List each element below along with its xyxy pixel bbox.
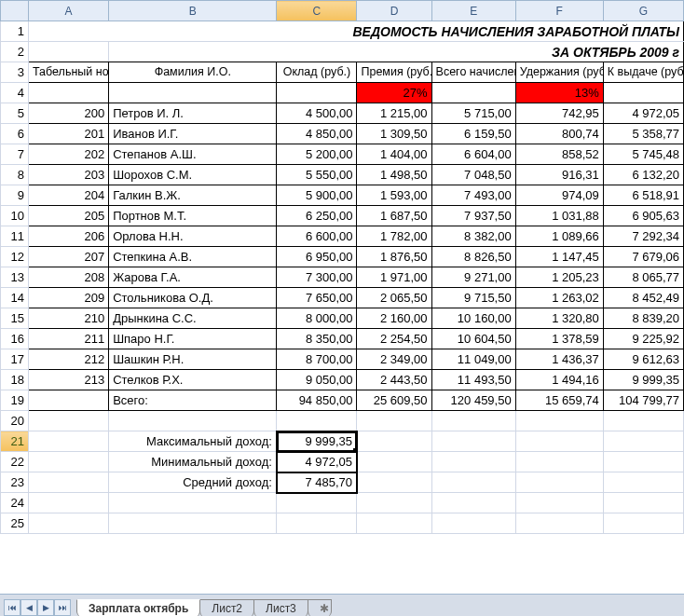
cell-payout[interactable]: 6 518,91 <box>603 185 683 206</box>
cell-tabnum[interactable]: 200 <box>29 103 109 124</box>
row-header[interactable]: 15 <box>1 308 29 329</box>
cell-payout[interactable]: 6 132,20 <box>603 165 683 185</box>
cell-fio[interactable]: Степанов А.Ш. <box>109 144 277 165</box>
select-all-corner[interactable] <box>1 1 29 21</box>
row-header[interactable]: 6 <box>1 124 29 144</box>
cell-tabnum[interactable]: 211 <box>29 329 109 349</box>
cell-withheld[interactable]: 1 494,16 <box>515 370 603 390</box>
row-header[interactable]: 18 <box>1 370 29 390</box>
cell-withheld[interactable]: 1 031,88 <box>515 206 603 226</box>
table-row[interactable]: 11206Орлова Н.Н.6 600,001 782,008 382,00… <box>1 226 684 247</box>
cell-accrued[interactable]: 9 271,00 <box>431 267 515 288</box>
cell-bonus[interactable]: 1 593,00 <box>357 185 431 206</box>
cell-accrued[interactable]: 5 715,00 <box>431 103 515 124</box>
cell-bonus[interactable]: 1 782,00 <box>357 226 431 247</box>
summary-min[interactable]: 4 972,05 <box>277 452 357 472</box>
cell-salary[interactable]: 6 600,00 <box>277 226 357 247</box>
cell-tabnum[interactable]: 202 <box>29 144 109 165</box>
th-accrued[interactable]: Всего начислено (руб.) <box>431 62 515 83</box>
cell-withheld[interactable]: 1 436,37 <box>515 349 603 370</box>
cell-withheld[interactable]: 1 147,45 <box>515 247 603 267</box>
cell-accrued[interactable]: 9 715,50 <box>431 288 515 308</box>
cell-payout[interactable]: 9 999,35 <box>603 370 683 390</box>
th-withheld[interactable]: Удержания (руб.) <box>515 62 603 83</box>
summary-avg-label[interactable]: Средний доход: <box>109 472 277 493</box>
table-row[interactable]: 15210Дрынкина С.С.8 000,002 160,0010 160… <box>1 308 684 329</box>
cell-salary[interactable]: 6 950,00 <box>277 247 357 267</box>
cell-withheld[interactable]: 1 320,80 <box>515 308 603 329</box>
row-header[interactable]: 21 <box>1 431 29 452</box>
cell-tabnum[interactable]: 210 <box>29 308 109 329</box>
subtitle-cell[interactable]: ЗА ОКТЯБРЬ 2009 г <box>109 42 684 62</box>
totals-withheld[interactable]: 15 659,74 <box>515 390 603 411</box>
cell-bonus[interactable]: 1 687,50 <box>357 206 431 226</box>
cell-salary[interactable]: 4 500,00 <box>277 103 357 124</box>
tab-nav-next[interactable]: ▶ <box>37 599 54 616</box>
cell-salary[interactable]: 5 200,00 <box>277 144 357 165</box>
cell-bonus[interactable]: 1 498,50 <box>357 165 431 185</box>
title-cell[interactable]: ВЕДОМОСТЬ НАЧИСЛЕНИЯ ЗАРАБОТНОЙ ПЛАТЫ <box>29 21 684 42</box>
table-row[interactable]: 12207Степкина А.В.6 950,001 876,508 826,… <box>1 247 684 267</box>
sheet-tab[interactable]: Лист2 <box>199 599 254 616</box>
col-header-F[interactable]: F <box>515 1 603 21</box>
cell-payout[interactable]: 8 452,49 <box>603 288 683 308</box>
cell-salary[interactable]: 8 000,00 <box>277 308 357 329</box>
cell-withheld[interactable]: 916,31 <box>515 165 603 185</box>
cell-payout[interactable]: 7 679,06 <box>603 247 683 267</box>
cell-tabnum[interactable]: 209 <box>29 288 109 308</box>
totals-accrued[interactable]: 120 459,50 <box>431 390 515 411</box>
cell-payout[interactable]: 4 972,05 <box>603 103 683 124</box>
cell-fio[interactable]: Степкина А.В. <box>109 247 277 267</box>
cell-bonus[interactable]: 2 160,00 <box>357 308 431 329</box>
cell-bonus[interactable]: 2 349,00 <box>357 349 431 370</box>
table-row[interactable]: 17212Шашкин Р.Н.8 700,002 349,0011 049,0… <box>1 349 684 370</box>
cell-salary[interactable]: 6 250,00 <box>277 206 357 226</box>
col-header-A[interactable]: A <box>29 1 109 21</box>
row-header[interactable]: 8 <box>1 165 29 185</box>
cell-tabnum[interactable]: 205 <box>29 206 109 226</box>
cell-tabnum[interactable]: 203 <box>29 165 109 185</box>
cell-fio[interactable]: Иванов И.Г. <box>109 124 277 144</box>
cell-salary[interactable]: 8 350,00 <box>277 329 357 349</box>
cell-accrued[interactable]: 10 604,50 <box>431 329 515 349</box>
cell-withheld[interactable]: 800,74 <box>515 124 603 144</box>
cell-withheld[interactable]: 1 378,59 <box>515 329 603 349</box>
column-header-row[interactable]: A B C D E F G <box>1 1 684 21</box>
withheld-percent[interactable]: 13% <box>515 83 603 103</box>
cell-fio[interactable]: Шашкин Р.Н. <box>109 349 277 370</box>
table-row[interactable]: 16211Шпаро Н.Г.8 350,002 254,5010 604,50… <box>1 329 684 349</box>
row-header[interactable]: 23 <box>1 472 29 493</box>
table-row[interactable]: 10205Портнов М.Т.6 250,001 687,507 937,5… <box>1 206 684 226</box>
tab-nav-prev[interactable]: ◀ <box>21 599 37 616</box>
cell-salary[interactable]: 9 050,00 <box>277 370 357 390</box>
th-bonus[interactable]: Премия (руб.) <box>357 62 431 83</box>
cell-accrued[interactable]: 7 493,00 <box>431 185 515 206</box>
row-header[interactable]: 16 <box>1 329 29 349</box>
th-fio[interactable]: Фамилия И.О. <box>109 62 277 83</box>
cell-bonus[interactable]: 2 065,50 <box>357 288 431 308</box>
row-header[interactable]: 14 <box>1 288 29 308</box>
cell-accrued[interactable]: 6 159,50 <box>431 124 515 144</box>
row-header[interactable]: 2 <box>1 42 29 62</box>
cell-fio[interactable]: Петров И. Л. <box>109 103 277 124</box>
th-payout[interactable]: К выдаче (руб.) <box>603 62 683 83</box>
cell-fio[interactable]: Галкин В.Ж. <box>109 185 277 206</box>
cell-salary[interactable]: 8 700,00 <box>277 349 357 370</box>
row-header[interactable]: 13 <box>1 267 29 288</box>
row-header[interactable]: 24 <box>1 493 29 513</box>
row-header[interactable]: 5 <box>1 103 29 124</box>
cell-salary[interactable]: 5 550,00 <box>277 165 357 185</box>
cell-tabnum[interactable]: 201 <box>29 124 109 144</box>
cell-salary[interactable]: 7 300,00 <box>277 267 357 288</box>
cell-withheld[interactable]: 1 263,02 <box>515 288 603 308</box>
sheet-tab-active[interactable]: Зарплата октябрь <box>76 599 200 616</box>
col-header-D[interactable]: D <box>357 1 431 21</box>
summary-min-label[interactable]: Минимальный доход: <box>109 452 277 472</box>
cell-payout[interactable]: 8 065,77 <box>603 267 683 288</box>
cell-fio[interactable]: Шпаро Н.Г. <box>109 329 277 349</box>
sheet-tab[interactable]: Лист3 <box>253 599 308 616</box>
cell-fio[interactable]: Портнов М.Т. <box>109 206 277 226</box>
row-header[interactable]: 22 <box>1 452 29 472</box>
cell-accrued[interactable]: 11 493,50 <box>431 370 515 390</box>
tab-nav-first[interactable]: ⏮ <box>4 599 21 616</box>
